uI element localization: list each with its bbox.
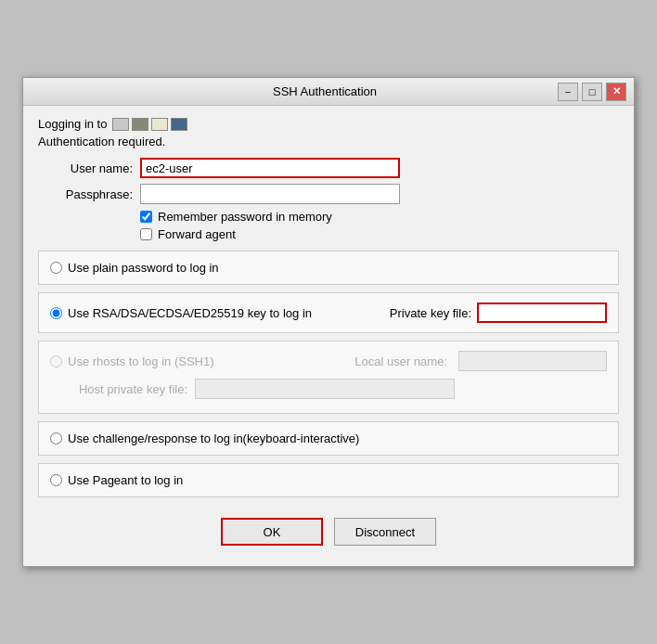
color-block-1 xyxy=(112,118,129,131)
pageant-section: Use Pageant to log in xyxy=(38,463,619,497)
close-button[interactable]: ✕ xyxy=(606,83,626,101)
remember-password-label[interactable]: Remember password in memory xyxy=(158,210,332,224)
username-label: User name: xyxy=(57,161,140,175)
window-title: SSH Authentication xyxy=(92,84,558,98)
forward-agent-label[interactable]: Forward agent xyxy=(158,227,236,241)
username-row: User name: xyxy=(38,158,619,178)
minimize-button[interactable]: − xyxy=(558,83,578,101)
color-block-3 xyxy=(151,118,168,131)
disconnect-button[interactable]: Disconnect xyxy=(334,518,436,546)
rsa-key-label[interactable]: Use RSA/DSA/ECDSA/ED25519 key to log in xyxy=(68,306,312,320)
pageant-radio[interactable] xyxy=(50,474,62,486)
forward-agent-row: Forward agent xyxy=(38,227,619,241)
rsa-key-section: Use RSA/DSA/ECDSA/ED25519 key to log in … xyxy=(38,292,619,333)
private-key-label: Private key file: xyxy=(390,306,471,320)
host-key-label: Host private key file: xyxy=(74,382,195,396)
rhosts-row: Use rhosts to log in (SSH1) Local user n… xyxy=(50,351,607,371)
forward-agent-checkbox[interactable] xyxy=(140,228,152,240)
login-info-row: Logging in to xyxy=(38,117,619,131)
challenge-row: Use challenge/response to log in(keyboar… xyxy=(50,431,607,445)
rhosts-section: Use rhosts to log in (SSH1) Local user n… xyxy=(38,341,619,414)
server-color-blocks xyxy=(112,118,187,131)
rsa-row: Use RSA/DSA/ECDSA/ED25519 key to log in … xyxy=(50,303,607,323)
host-key-row: Host private key file: xyxy=(50,379,607,399)
color-block-4 xyxy=(171,118,187,131)
rsa-left: Use RSA/DSA/ECDSA/ED25519 key to log in xyxy=(50,306,390,320)
bottom-buttons: OK Disconnect xyxy=(38,505,619,555)
restore-button[interactable]: □ xyxy=(582,83,602,101)
rhosts-radio[interactable] xyxy=(50,355,62,367)
passphrase-label: Passphrase: xyxy=(57,187,140,201)
dialog-content: Logging in to Authentication required. U… xyxy=(23,106,634,566)
color-block-2 xyxy=(132,118,148,131)
passphrase-row: Passphrase: xyxy=(38,184,619,204)
local-user-label: Local user name: xyxy=(354,354,453,368)
window-controls: − □ ✕ xyxy=(558,83,626,101)
challenge-section: Use challenge/response to log in(keyboar… xyxy=(38,421,619,456)
challenge-label[interactable]: Use challenge/response to log in(keyboar… xyxy=(68,431,359,445)
remember-password-checkbox[interactable] xyxy=(140,211,152,223)
host-key-input[interactable] xyxy=(195,379,455,399)
rhosts-label: Use rhosts to log in (SSH1) xyxy=(68,354,214,368)
plain-password-label[interactable]: Use plain password to log in xyxy=(68,261,219,275)
auth-required-text: Authentication required. xyxy=(38,135,619,148)
username-input[interactable] xyxy=(140,158,400,178)
rsa-right: Private key file: xyxy=(390,303,607,323)
title-bar: SSH Authentication − □ ✕ xyxy=(23,78,634,106)
challenge-radio[interactable] xyxy=(50,432,62,444)
ssh-auth-window: SSH Authentication − □ ✕ Logging in to A… xyxy=(22,77,635,567)
login-info-label: Logging in to xyxy=(38,117,107,131)
plain-password-radio[interactable] xyxy=(50,262,62,274)
remember-password-row: Remember password in memory xyxy=(38,210,619,224)
pageant-row: Use Pageant to log in xyxy=(50,473,607,487)
pageant-label[interactable]: Use Pageant to log in xyxy=(68,473,183,487)
plain-password-row: Use plain password to log in xyxy=(50,261,607,275)
rsa-key-radio[interactable] xyxy=(50,307,62,319)
ok-button[interactable]: OK xyxy=(221,518,323,546)
local-user-input[interactable] xyxy=(458,351,607,371)
plain-password-section: Use plain password to log in xyxy=(38,251,619,285)
private-key-input[interactable] xyxy=(477,303,607,323)
passphrase-input[interactable] xyxy=(140,184,400,204)
